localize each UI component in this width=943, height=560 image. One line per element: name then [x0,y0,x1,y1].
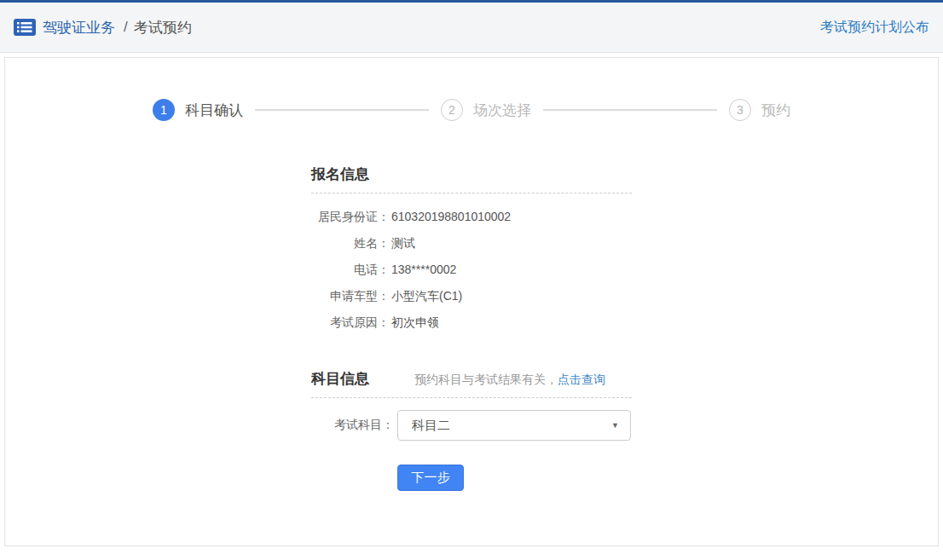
breadcrumb-section-link[interactable]: 驾驶证业务 [43,18,115,38]
info-value: 初次申领 [391,314,632,331]
form-content: 报名信息 居民身份证： 610320198801010002 姓名： 测试 电话… [311,166,632,491]
breadcrumb-current-page: 考试预约 [134,18,192,38]
exam-subject-select[interactable]: 科目二 ▼ [397,410,631,441]
step-2-circle: 2 [441,99,463,121]
list-icon [14,18,36,37]
section-divider [311,193,632,193]
step-subject-confirm: 1 科目确认 [153,99,243,121]
step-connector [255,109,429,111]
step-2-label: 场次选择 [473,101,531,120]
registration-section: 报名信息 居民身份证： 610320198801010002 姓名： 测试 电话… [311,166,632,331]
exam-plan-link[interactable]: 考试预约计划公布 [820,19,929,37]
main-card: 1 科目确认 2 场次选择 3 预约 报名信息 居民身份证： 610320198… [4,57,939,546]
registration-info-list: 居民身份证： 610320198801010002 姓名： 测试 电话： 138… [311,208,632,331]
chevron-down-icon: ▼ [611,421,619,430]
subject-note: 预约科目与考试结果有关，点击查询 [414,372,605,388]
subject-note-text: 预约科目与考试结果有关， [414,372,558,386]
exam-subject-row: 考试科目： 科目二 ▼ [311,410,632,441]
step-1-label: 科目确认 [185,101,243,120]
step-connector [543,109,717,111]
section-divider [311,397,632,398]
info-value: 138****0002 [391,261,632,278]
info-label: 电话： [311,261,390,278]
action-row: 下一步 [311,465,632,491]
info-value: 610320198801010002 [391,208,632,225]
next-step-button[interactable]: 下一步 [397,465,464,491]
query-result-link[interactable]: 点击查询 [558,372,605,386]
step-appointment: 3 预约 [729,99,790,121]
step-3-circle: 3 [729,99,751,121]
info-row-name: 姓名： 测试 [311,234,632,251]
exam-subject-label: 考试科目： [311,418,394,433]
subject-section: 科目信息 预约科目与考试结果有关，点击查询 考试科目： 科目二 ▼ 下一步 [311,371,632,491]
info-value: 小型汽车(C1) [391,287,632,304]
breadcrumb: 驾驶证业务 / 考试预约 [14,18,192,38]
info-label: 申请车型： [311,287,390,304]
info-row-phone: 电话： 138****0002 [311,261,632,278]
step-1-circle: 1 [153,99,175,121]
subject-title: 科目信息 [311,371,369,388]
info-value: 测试 [391,234,632,251]
info-label: 居民身份证： [311,208,390,225]
info-row-vehicle-type: 申请车型： 小型汽车(C1) [311,287,632,304]
stepper: 1 科目确认 2 场次选择 3 预约 [153,99,790,121]
info-label: 考试原因： [311,314,390,331]
info-row-id-card: 居民身份证： 610320198801010002 [311,208,632,225]
info-label: 姓名： [311,234,390,251]
registration-title: 报名信息 [311,166,369,183]
breadcrumb-separator: / [124,19,128,36]
page-header: 驾驶证业务 / 考试预约 考试预约计划公布 [0,3,943,53]
exam-subject-selected-value: 科目二 [412,418,450,434]
step-session-select: 2 场次选择 [441,99,531,121]
step-3-label: 预约 [761,101,790,120]
info-row-exam-reason: 考试原因： 初次申领 [311,314,632,331]
